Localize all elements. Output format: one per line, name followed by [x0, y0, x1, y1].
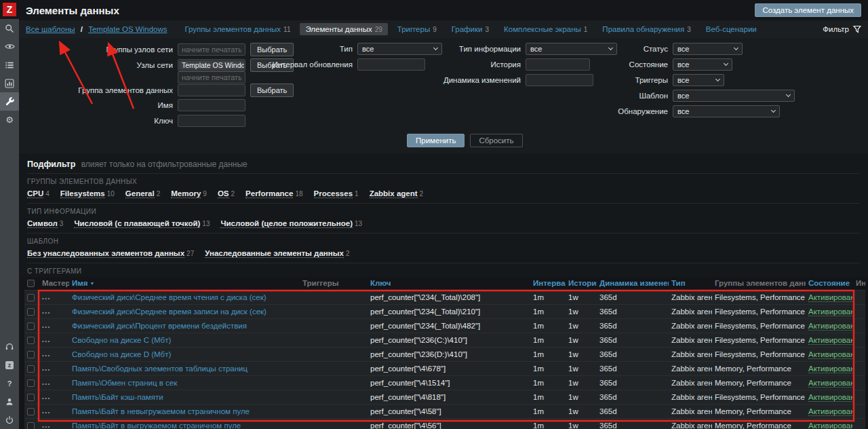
- item-name-link[interactable]: Память\Байт в невыгружаемом страничном п…: [72, 407, 250, 415]
- status-select[interactable]: все: [673, 43, 743, 55]
- history-input[interactable]: [526, 58, 590, 71]
- subfilter-link-label[interactable]: Числовой (с плавающей точкой): [74, 219, 200, 228]
- row-checkbox[interactable]: [27, 365, 35, 373]
- row-checkbox[interactable]: [27, 308, 35, 316]
- subfilter-link-label[interactable]: OS: [218, 189, 229, 198]
- item-name-link[interactable]: Память\Байт в выгружаемом страничном пул…: [72, 422, 241, 429]
- status-link[interactable]: Активировано: [808, 322, 853, 331]
- tab-label[interactable]: Правила обнаружения: [602, 25, 684, 33]
- tab-6[interactable]: Правила обнаружения3: [597, 23, 696, 35]
- update-interval-input[interactable]: [357, 58, 425, 71]
- subfilter-link-label[interactable]: Символ: [27, 219, 58, 228]
- discovery-select[interactable]: все: [673, 105, 780, 117]
- create-item-button[interactable]: Создать элемент данных: [755, 3, 861, 17]
- status-link[interactable]: Активировано: [808, 407, 853, 416]
- share-icon[interactable]: z: [0, 356, 19, 374]
- subfilter-link-label[interactable]: Filesystems: [60, 189, 105, 198]
- status-link[interactable]: Активировано: [808, 293, 853, 302]
- status-link[interactable]: Активировано: [808, 336, 853, 345]
- trends-input[interactable]: [526, 74, 593, 86]
- row-checkbox[interactable]: [27, 322, 35, 330]
- item-name-link[interactable]: Физический диск\Процент времени бездейст…: [72, 322, 247, 330]
- triggers-select[interactable]: все: [673, 74, 724, 86]
- column-header-key[interactable]: Ключ: [368, 277, 530, 290]
- subfilter-link[interactable]: Filesystems10: [60, 189, 115, 198]
- subfilter-link[interactable]: General2: [125, 189, 160, 198]
- subfilter-link[interactable]: Zabbix agent2: [370, 189, 424, 198]
- row-context-menu-icon[interactable]: •••: [42, 409, 51, 415]
- status-link[interactable]: Активировано: [808, 365, 853, 373]
- item-name-link[interactable]: Физический диск\Среднее время чтения с д…: [72, 293, 267, 301]
- item-group-input[interactable]: [178, 84, 245, 96]
- row-context-menu-icon[interactable]: •••: [42, 338, 51, 344]
- column-header-name[interactable]: Имя▼: [69, 277, 300, 290]
- subfilter-link-label[interactable]: Memory: [171, 189, 201, 198]
- profile-user-icon[interactable]: [0, 392, 19, 411]
- row-context-menu-icon[interactable]: •••: [42, 381, 51, 387]
- row-checkbox[interactable]: [27, 422, 35, 429]
- row-context-menu-icon[interactable]: •••: [42, 395, 51, 401]
- status-link[interactable]: Активировано: [808, 422, 853, 429]
- configuration-wrench-icon[interactable]: [0, 92, 19, 111]
- subfilter-link-label[interactable]: Zabbix agent: [370, 189, 418, 198]
- subfilter-link-label[interactable]: Performance: [245, 189, 293, 198]
- hosts-typeahead-input[interactable]: [178, 71, 245, 83]
- tab-label[interactable]: Графики: [452, 25, 483, 33]
- row-context-menu-icon[interactable]: •••: [42, 310, 51, 316]
- tab-5[interactable]: Комплексные экраны1: [498, 23, 593, 35]
- column-header-status[interactable]: Состояние: [806, 277, 853, 290]
- hosts-multiselect[interactable]: Template OS Windo... ✕: [178, 59, 245, 71]
- state-select[interactable]: все: [673, 58, 732, 71]
- row-context-menu-icon[interactable]: •••: [42, 367, 51, 373]
- item-name-link[interactable]: Память\Байт кэш-памяти: [72, 393, 163, 401]
- subfilter-link[interactable]: Унаследованные элементы данных2: [205, 249, 349, 258]
- select-all-checkbox[interactable]: [27, 280, 35, 287]
- subfilter-link[interactable]: CPU4: [27, 189, 50, 198]
- tab-label[interactable]: Элементы данных: [305, 25, 372, 33]
- subfilter-link[interactable]: Символ3: [27, 219, 63, 228]
- administration-gear-icon[interactable]: ⚙: [0, 111, 19, 129]
- tab-label[interactable]: Комплексные экраны: [504, 25, 581, 33]
- subfilter-link[interactable]: Processes1: [314, 189, 359, 198]
- item-name-link[interactable]: Свободно на диске C (Мбт): [72, 336, 171, 344]
- search-icon[interactable]: [0, 19, 19, 37]
- column-header-trends[interactable]: Динамика изменений: [597, 277, 669, 290]
- subfilter-link[interactable]: Числовой (с плавающей точкой)13: [74, 219, 210, 228]
- item-name-link[interactable]: Физический диск\Среднее время записи на …: [72, 307, 267, 316]
- row-context-menu-icon[interactable]: •••: [42, 424, 51, 429]
- item-group-select-button[interactable]: Выбрать: [250, 83, 294, 97]
- logout-power-icon[interactable]: [0, 411, 19, 429]
- subfilter-link-label[interactable]: CPU: [27, 189, 43, 198]
- tab-1[interactable]: Группы элементов данных11: [180, 23, 296, 35]
- row-checkbox[interactable]: [27, 337, 35, 344]
- tab-7[interactable]: Веб-сценарии: [701, 23, 762, 35]
- template-select[interactable]: все: [673, 90, 795, 102]
- reports-chart-icon[interactable]: [0, 74, 19, 92]
- zabbix-logo[interactable]: Z: [0, 0, 19, 19]
- type-select[interactable]: все: [357, 43, 442, 55]
- name-input[interactable]: [178, 99, 245, 111]
- item-name-link[interactable]: Свободно на диске D (Мбт): [72, 350, 171, 358]
- subfilter-link[interactable]: Числовой (целое положительное)13: [220, 219, 362, 228]
- row-checkbox[interactable]: [27, 351, 35, 358]
- status-link[interactable]: Активировано: [808, 393, 853, 402]
- help-icon[interactable]: ?: [0, 374, 19, 392]
- breadcrumb-all-templates[interactable]: Все шаблоны: [26, 25, 75, 33]
- apply-button[interactable]: Применить: [407, 134, 465, 147]
- host-groups-input[interactable]: [178, 43, 245, 56]
- filter-toggle[interactable]: Фильтр: [823, 25, 861, 33]
- column-header-history[interactable]: История: [566, 277, 597, 290]
- subfilter-link-label[interactable]: Числовой (целое положительное): [220, 219, 353, 228]
- status-link[interactable]: Активировано: [808, 379, 853, 388]
- tab-2[interactable]: Элементы данных29: [300, 23, 387, 35]
- tab-label[interactable]: Веб-сценарии: [706, 25, 757, 33]
- key-input[interactable]: [178, 115, 245, 127]
- row-checkbox[interactable]: [27, 294, 35, 301]
- row-context-menu-icon[interactable]: •••: [42, 324, 51, 330]
- column-header-interval[interactable]: Интервал: [530, 277, 566, 290]
- tab-label[interactable]: Группы элементов данных: [185, 25, 281, 33]
- status-link[interactable]: Активировано: [808, 350, 853, 359]
- subfilter-link[interactable]: Memory9: [171, 189, 207, 198]
- row-checkbox[interactable]: [27, 394, 35, 401]
- reset-button[interactable]: Сбросить: [470, 134, 522, 147]
